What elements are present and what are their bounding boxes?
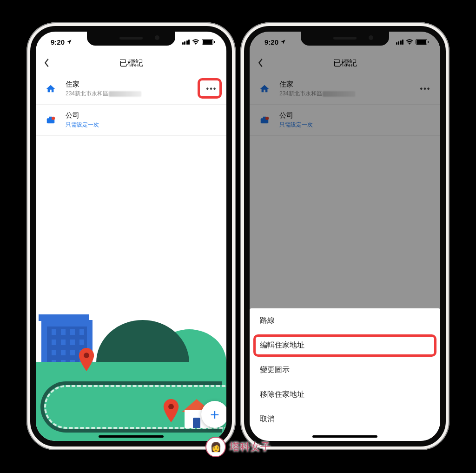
home-indicator <box>99 435 164 438</box>
redacted-text <box>109 91 141 97</box>
list-item-subtitle: 只需設定一次 <box>66 121 218 129</box>
map-pin-icon <box>162 399 180 422</box>
list-item-subtitle: 234新北市永和區 <box>66 90 197 98</box>
phone-screen: 9:20 已標記 <box>244 26 446 446</box>
signal-icon <box>182 40 190 45</box>
sheet-item-cancel[interactable]: 取消 <box>250 407 440 432</box>
more-options-button[interactable]: ••• <box>205 84 218 93</box>
svg-point-2 <box>52 117 55 120</box>
sheet-item-edit-home[interactable]: 編輯住家地址 <box>250 333 440 358</box>
action-sheet: 路線 編輯住家地址 變更圖示 移除住家地址 取消 <box>250 308 440 441</box>
home-icon <box>44 84 57 94</box>
sheet-item-directions[interactable]: 路線 <box>250 308 440 333</box>
page-title: 已標記 <box>119 58 143 68</box>
back-button[interactable] <box>43 58 53 67</box>
phone-notch <box>301 32 389 46</box>
svg-point-4 <box>168 404 174 409</box>
svg-point-3 <box>84 353 89 358</box>
phone-left: 9:20 已標記 <box>26 22 236 450</box>
phone-screen: 9:20 已標記 <box>30 26 232 446</box>
list-item-home[interactable]: 住家 234新北市永和區 ••• <box>36 73 226 105</box>
location-arrow-icon <box>66 39 72 45</box>
sheet-item-remove-home[interactable]: 移除住家地址 <box>250 382 440 407</box>
wifi-icon <box>192 39 199 45</box>
list-item-work[interactable]: 公司 只需設定一次 <box>36 105 226 136</box>
labeled-places-list: 住家 234新北市永和區 ••• <box>36 73 226 136</box>
status-time: 9:20 <box>51 38 65 46</box>
home-indicator <box>312 435 377 438</box>
briefcase-icon <box>44 115 57 125</box>
add-fab-button[interactable]: + <box>201 401 226 428</box>
footer-illustration: + <box>36 311 226 441</box>
list-item-title: 住家 <box>66 80 197 89</box>
nav-bar: 已標記 <box>36 52 226 73</box>
map-pin-icon <box>78 348 95 371</box>
battery-icon <box>202 39 213 45</box>
phone-notch <box>87 32 175 46</box>
sheet-item-change-icon[interactable]: 變更圖示 <box>250 358 440 382</box>
list-item-title: 公司 <box>66 111 218 120</box>
phone-right: 9:20 已標記 <box>240 22 450 450</box>
